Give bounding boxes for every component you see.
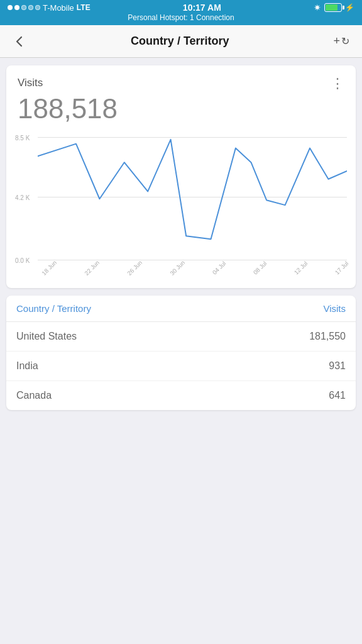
chart-area: 8.5 K 4.2 K 0.0 K 18 Jun 22 Jun 26 Jun 3… bbox=[15, 131, 347, 282]
chart-line bbox=[38, 140, 347, 239]
signal-dot-4 bbox=[28, 5, 33, 10]
x-label-4: 04 Jul bbox=[211, 260, 228, 276]
line-chart-svg bbox=[38, 131, 347, 258]
chart-total-value: 188,518 bbox=[18, 93, 344, 125]
nav-bar: Country / Territory + ↻ bbox=[0, 25, 362, 58]
col-visits-header: Visits bbox=[323, 303, 346, 314]
back-arrow-icon bbox=[13, 35, 26, 48]
x-axis-labels: 18 Jun 22 Jun 26 Jun 30 Jun 04 Jul 08 Ju… bbox=[38, 263, 347, 282]
grid-label-mid: 4.2 K bbox=[15, 194, 30, 201]
chart-card: Visits ⋮ 188,518 8.5 K 4.2 K 0.0 K 18 Ju… bbox=[6, 65, 356, 288]
status-bar: T-Mobile LTE 10:17 AM ✷ ⚡ Personal Hotsp… bbox=[0, 0, 362, 25]
signal-dot-5 bbox=[35, 5, 40, 10]
chart-header: Visits ⋮ bbox=[18, 77, 344, 91]
more-options-button[interactable]: ⋮ bbox=[331, 77, 344, 91]
status-icons: ✷ ⚡ bbox=[314, 3, 354, 13]
signal-dots bbox=[8, 5, 40, 10]
network-type-label: LTE bbox=[77, 3, 90, 12]
table-row[interactable]: United States 181,550 bbox=[6, 322, 356, 352]
hotspot-label: Personal Hotspot: 1 Connection bbox=[8, 13, 354, 24]
signal-dot-1 bbox=[8, 5, 13, 10]
x-label-1: 22 Jun bbox=[83, 259, 101, 277]
bluetooth-icon: ✷ bbox=[314, 3, 321, 13]
add-icon: + bbox=[333, 35, 340, 48]
page-title: Country / Territory bbox=[131, 35, 229, 48]
x-label-2: 26 Jun bbox=[126, 259, 143, 277]
gridline-bottom: 0.0 K bbox=[38, 260, 347, 260]
table-header: Country / Territory Visits bbox=[6, 296, 356, 322]
x-label-5: 08 Jul bbox=[252, 260, 268, 276]
country-visits-2: 641 bbox=[329, 390, 346, 401]
country-name-2: Canada bbox=[16, 390, 52, 401]
chart-label: Visits bbox=[18, 77, 43, 89]
signal-area: T-Mobile LTE bbox=[8, 3, 90, 13]
grid-label-top: 8.5 K bbox=[15, 135, 30, 142]
refresh-button[interactable]: + ↻ bbox=[331, 30, 352, 53]
table-row[interactable]: Canada 641 bbox=[6, 381, 356, 410]
x-label-3: 30 Jun bbox=[168, 259, 186, 277]
x-label-6: 12 Jul bbox=[292, 260, 309, 276]
country-name-0: United States bbox=[16, 331, 77, 342]
country-visits-0: 181,550 bbox=[309, 331, 346, 342]
col-country-header: Country / Territory bbox=[16, 303, 91, 314]
battery-icon bbox=[324, 3, 342, 12]
charging-icon: ⚡ bbox=[345, 3, 354, 12]
x-label-0: 18 Jun bbox=[40, 259, 58, 277]
x-label-7: 17 Jul bbox=[333, 260, 349, 276]
signal-dot-2 bbox=[14, 5, 19, 10]
carrier-label: T-Mobile bbox=[43, 3, 74, 13]
back-button[interactable] bbox=[10, 30, 29, 53]
country-visits-1: 931 bbox=[329, 360, 346, 372]
signal-dot-3 bbox=[21, 5, 26, 10]
table-row[interactable]: India 931 bbox=[6, 352, 356, 381]
table-card: Country / Territory Visits United States… bbox=[6, 296, 356, 410]
reload-icon: ↻ bbox=[341, 35, 349, 47]
grid-label-bottom: 0.0 K bbox=[15, 257, 30, 264]
battery-fill bbox=[326, 4, 337, 11]
country-name-1: India bbox=[16, 360, 38, 372]
main-content: Visits ⋮ 188,518 8.5 K 4.2 K 0.0 K 18 Ju… bbox=[0, 58, 362, 418]
status-time: 10:17 AM bbox=[183, 3, 221, 13]
